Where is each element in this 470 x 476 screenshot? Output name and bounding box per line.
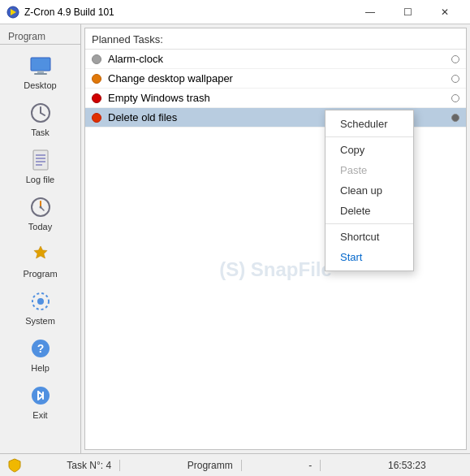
sidebar-item-task-label: Task <box>31 128 50 137</box>
svg-rect-2 <box>31 58 50 71</box>
task-name: Empty Windows trash <box>108 92 451 104</box>
sidebar-section-label: Program <box>0 28 80 45</box>
sidebar-item-program[interactable]: Program <box>0 236 80 283</box>
content-header: Planned Tasks: <box>85 28 466 50</box>
titlebar: Z-Cron 4.9 Build 101 — ☐ ✕ <box>0 0 470 24</box>
system-icon <box>28 288 54 314</box>
sidebar-item-logfile-label: Log file <box>26 175 54 184</box>
sidebar-item-exit[interactable]: Exit <box>0 378 80 425</box>
task-circle <box>451 94 459 102</box>
help-icon: ? <box>28 335 54 361</box>
sidebar-item-desktop[interactable]: Desktop <box>0 48 80 95</box>
context-menu-item-start[interactable]: Start <box>326 247 413 267</box>
task-circle <box>451 55 459 63</box>
context-menu-divider-2 <box>326 223 413 224</box>
sidebar-item-help-label: Help <box>31 363 50 373</box>
content-area: Planned Tasks: Alarm-clock Change deskto… <box>84 28 467 450</box>
maximize-button[interactable]: ☐ <box>389 0 426 24</box>
table-row[interactable]: Change desktop wallpaper <box>85 69 466 89</box>
window-controls: — ☐ ✕ <box>351 0 464 24</box>
sidebar-item-exit-label: Exit <box>32 410 47 420</box>
sidebar-item-task[interactable]: Task <box>0 95 80 142</box>
sidebar-item-today[interactable]: Today <box>0 189 80 236</box>
sidebar-item-desktop-label: Desktop <box>24 80 56 90</box>
statusbar-time: 16:53:23 <box>380 460 434 471</box>
desktop-icon <box>28 53 54 79</box>
context-menu-item-delete[interactable]: Delete <box>326 201 413 221</box>
svg-rect-8 <box>33 150 48 170</box>
sidebar-item-logfile[interactable]: Log file <box>0 142 80 189</box>
statusbar-shield-icon <box>6 457 23 474</box>
sidebar: Program Desktop Task <box>0 24 81 453</box>
svg-rect-4 <box>34 73 47 75</box>
context-menu-item-shortcut[interactable]: Shortcut <box>326 227 413 247</box>
svg-line-7 <box>41 113 45 115</box>
context-menu-item-copy[interactable]: Copy <box>326 140 413 160</box>
table-row[interactable]: Empty Windows trash <box>85 89 466 108</box>
statusbar-task-count: Task N°: 4 <box>58 460 120 471</box>
task-icon <box>28 100 54 126</box>
window-title: Z-Cron 4.9 Build 101 <box>24 6 351 18</box>
task-name: Change desktop wallpaper <box>108 72 451 84</box>
app-icon <box>6 6 19 19</box>
exit-icon <box>28 383 54 409</box>
table-row[interactable]: Alarm-clock <box>85 50 466 69</box>
logfile-icon <box>28 147 54 173</box>
minimize-button[interactable]: — <box>351 0 389 24</box>
context-menu: Scheduler Copy Paste Clean up Delete Sho… <box>325 110 414 271</box>
statusbar-program: Programm <box>179 460 242 471</box>
task-indicator-alarm <box>92 54 101 64</box>
context-menu-item-cleanup[interactable]: Clean up <box>326 180 413 201</box>
context-menu-item-scheduler[interactable]: Scheduler <box>326 114 413 134</box>
svg-point-17 <box>37 298 44 305</box>
task-circle-filled <box>451 114 459 122</box>
task-indicator-wallpaper <box>92 74 101 84</box>
sidebar-item-help[interactable]: ? Help <box>0 331 80 378</box>
context-menu-divider <box>326 136 413 137</box>
program-icon <box>28 241 54 267</box>
svg-point-16 <box>39 206 41 209</box>
sidebar-item-system-label: System <box>25 316 55 326</box>
context-menu-item-paste: Paste <box>326 160 413 180</box>
close-button[interactable]: ✕ <box>426 0 464 24</box>
task-name: Alarm-clock <box>108 53 451 65</box>
statusbar: Task N°: 4 Programm - 16:53:23 <box>0 453 470 476</box>
task-indicator-trash <box>92 93 101 103</box>
statusbar-dash: - <box>300 460 321 471</box>
sidebar-item-today-label: Today <box>28 222 52 232</box>
task-circle <box>451 75 459 83</box>
main-container: Program Desktop Task <box>0 24 470 453</box>
task-indicator-delete <box>92 113 101 123</box>
svg-text:?: ? <box>37 342 44 355</box>
sidebar-item-system[interactable]: System <box>0 283 80 331</box>
statusbar-sections: Task N°: 4 Programm - 16:53:23 <box>29 460 464 471</box>
svg-rect-3 <box>37 71 44 73</box>
svg-point-21 <box>32 387 50 405</box>
today-icon <box>28 194 54 220</box>
sidebar-item-program-label: Program <box>23 269 57 279</box>
